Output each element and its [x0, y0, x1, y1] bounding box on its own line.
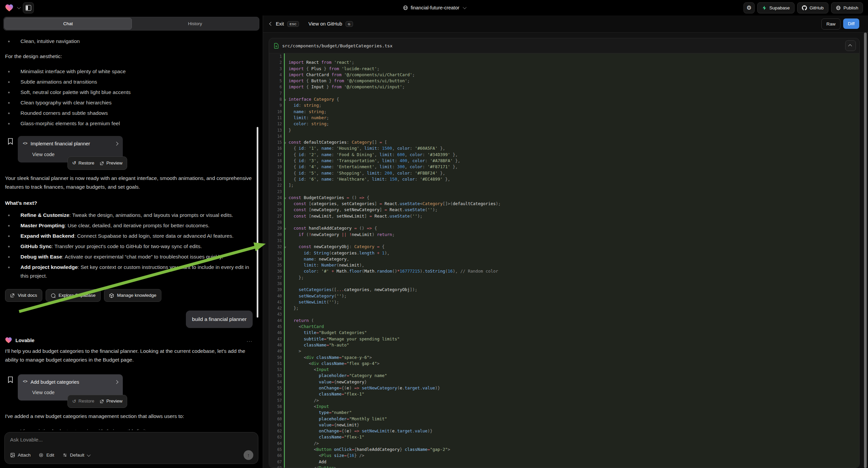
code-icon: <>: [23, 140, 27, 147]
publish-button[interactable]: Publish: [831, 2, 863, 13]
supabase-button[interactable]: Supabase: [757, 2, 795, 13]
code-line: 51 <div className="flex gap-4">: [269, 360, 859, 367]
whats-next-item: Expand with Backend: Connect Supabase to…: [8, 232, 253, 240]
settings-button[interactable]: ⚙: [744, 2, 754, 13]
message-menu-button[interactable]: ...: [247, 337, 253, 345]
model-selector[interactable]: Default: [62, 452, 90, 458]
code-line: 5import { Button } from '@/components/ui…: [269, 78, 859, 84]
code-line: 45 <ChartCard: [269, 324, 859, 330]
bullet-item: Glass-morphic elements for a premium fee…: [8, 119, 253, 128]
code-line: 62 onChange={(e) => setNewLimit(e.target…: [269, 428, 859, 434]
publish-label: Publish: [843, 5, 858, 10]
code-line: 25 const [categories, setCategories] = R…: [269, 201, 859, 207]
code-line: 60 placeholder="Monthly limit": [269, 416, 859, 422]
lovable-logo-icon[interactable]: [5, 4, 13, 12]
visit-docs-button[interactable]: Visit docs: [5, 289, 42, 302]
code-line: 10 name: string;: [269, 109, 859, 115]
code-line: 44 return (: [269, 318, 859, 324]
publish-globe-icon: [836, 5, 841, 10]
code-line: 11 limit: number;: [269, 115, 859, 121]
code-line: 35 limit: Number(newLimit),: [269, 262, 859, 268]
version-card-add-budget-categories[interactable]: <> Add budget categories View code ↺Rest…: [18, 374, 123, 401]
file-path: src/components/budget/BudgetCategories.t…: [282, 43, 842, 48]
code-line: 19 { id: '4', name: 'Entertainment', lim…: [269, 164, 859, 170]
file-header[interactable]: src/components/budget/BudgetCategories.t…: [269, 38, 859, 53]
fold-chevron-icon[interactable]: ∨: [284, 244, 286, 250]
code-line: 32∨ const newCategoryObj: Category = {: [269, 244, 859, 250]
bookmark-icon[interactable]: [8, 376, 13, 383]
fold-chevron-icon[interactable]: ∨: [284, 195, 286, 201]
preview-button[interactable]: Preview: [100, 159, 122, 167]
manage-knowledge-button[interactable]: Manage knowledge: [104, 289, 161, 302]
workspace-chevron-down-icon[interactable]: [17, 5, 21, 9]
composer[interactable]: Ask Lovable... Attach Edit Default: [4, 432, 258, 464]
bullet-item: Clean typography with clear hierarchies: [8, 98, 253, 107]
project-switcher[interactable]: financial-future-creator: [403, 0, 465, 16]
ready-paragraph: Your sleek financial planner is now read…: [5, 174, 253, 192]
code-line: 53 placeholder="Category name": [269, 373, 859, 379]
globe-icon: [403, 5, 408, 10]
chevron-left-icon: [269, 22, 273, 26]
github-icon: [802, 5, 807, 10]
code-line: 17 { id: '2', name: 'Food & Dining', lim…: [269, 152, 859, 158]
whats-next-heading: What's next?: [5, 199, 253, 207]
fold-chevron-icon[interactable]: ∨: [284, 140, 286, 146]
assistant-name: Lovable: [16, 336, 35, 345]
code-line: 42 };: [269, 305, 859, 311]
whats-next-item: GitHub Sync: Transfer your project's cod…: [8, 242, 253, 251]
code-line: 7: [269, 90, 859, 96]
code-line: 18 { id: '3', name: 'Transportation', li…: [269, 158, 859, 164]
code-editor[interactable]: 12import React from 'react';3import { Pl…: [269, 53, 859, 468]
whats-next-item: Add project knowledge: Set key context o…: [8, 263, 253, 280]
github-button[interactable]: GitHub: [797, 2, 829, 13]
chat-scrollbar[interactable]: [257, 127, 258, 318]
g-shortcut-badge: G: [346, 21, 353, 27]
tab-chat[interactable]: Chat: [4, 18, 132, 30]
code-panel: Exit ESC View on GitHub G Raw Diff src/c…: [263, 16, 868, 468]
code-scrollbar[interactable]: [864, 33, 867, 468]
raw-toggle-button[interactable]: Raw: [822, 19, 840, 30]
code-line: 59 type="number": [269, 410, 859, 416]
toggle-sidebar-button[interactable]: [23, 2, 34, 13]
bullet-item: Soft, neutral color palette with light b…: [8, 88, 253, 97]
code-line: 6import { Input } from '@/components/ui/…: [269, 84, 859, 90]
bookmark-icon[interactable]: [8, 138, 13, 145]
explore-supabase-button[interactable]: Explore Supabase: [45, 289, 101, 302]
attach-button[interactable]: Attach: [10, 452, 31, 458]
tab-history[interactable]: History: [132, 18, 259, 30]
code-line: 2import React from 'react';: [269, 59, 859, 65]
fold-chevron-icon[interactable]: ∨: [284, 226, 286, 232]
send-button[interactable]: ↑: [244, 450, 253, 460]
sliders-icon: [62, 452, 67, 458]
preview-button[interactable]: Preview: [100, 398, 122, 405]
whats-next-item: Master Prompting: Use clear, detailed, a…: [8, 221, 253, 230]
diff-toggle-button[interactable]: Diff: [843, 19, 859, 29]
edit-button[interactable]: Edit: [39, 452, 54, 458]
version-actions: ↺Restore Preview: [67, 156, 127, 170]
collapse-file-button[interactable]: [845, 40, 856, 51]
code-line: 40 setNewCategory('');: [269, 293, 859, 299]
view-on-github-button[interactable]: View on GitHub G: [308, 21, 353, 27]
restore-button[interactable]: ↺Restore: [72, 159, 94, 167]
version-title: Implement financial planner: [31, 140, 112, 148]
version-actions: ↺Restore Preview: [67, 395, 127, 408]
fold-chevron-icon[interactable]: ∨: [284, 97, 286, 103]
code-line: 68 </Button>: [269, 465, 859, 468]
code-line: 54 value={newCategory}: [269, 379, 859, 385]
whats-next-item: Debug with Ease: Activate our experiment…: [8, 253, 253, 261]
chat-message-list[interactable]: Clean, intuitive navigation For the desi…: [0, 31, 263, 430]
restore-button[interactable]: ↺Restore: [72, 398, 94, 406]
lovable-avatar: [5, 337, 12, 344]
version-title: Add budget categories: [31, 378, 112, 386]
exit-button[interactable]: Exit ESC: [270, 21, 299, 27]
restore-icon: ↺: [72, 398, 76, 406]
code-line: 26 const [newCategory, setNewCategory] =…: [269, 207, 859, 213]
version-card-implement-financial-planner[interactable]: <> Implement financial planner View code…: [18, 136, 123, 163]
code-line: 33 id: String(categories.length + 1),: [269, 250, 859, 256]
code-line: 13}: [269, 127, 859, 133]
code-line: 15∨const defaultCategories: Category[] =…: [269, 139, 859, 145]
chat-history-tabs: Chat History: [3, 17, 259, 31]
whats-next-item: Refine & Customize: Tweak the design, an…: [8, 211, 253, 220]
bullet-item: Clean, intuitive navigation: [8, 37, 253, 46]
composer-input[interactable]: Ask Lovable...: [10, 437, 253, 443]
